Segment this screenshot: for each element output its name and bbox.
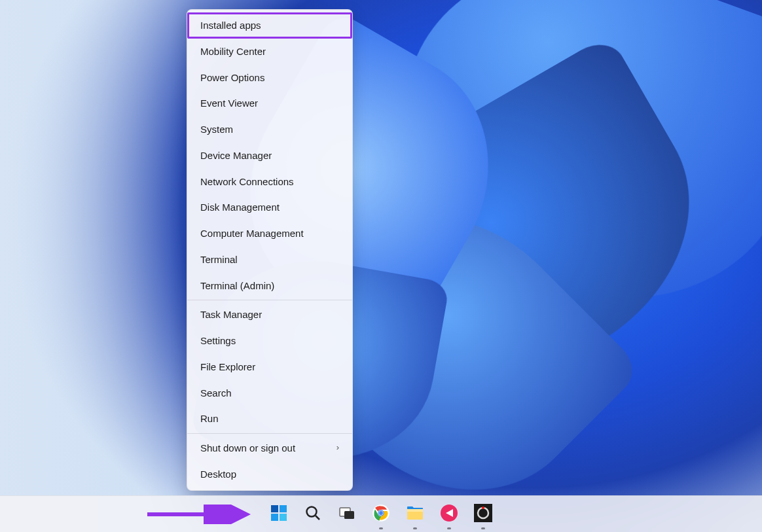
windows-start-icon — [270, 505, 287, 524]
menu-separator — [187, 300, 352, 300]
svg-rect-1 — [280, 505, 287, 512]
menu-item-label: Computer Management — [200, 226, 304, 241]
menu-item-terminal[interactable]: Terminal — [187, 247, 352, 273]
svg-rect-0 — [271, 505, 278, 512]
menu-item-power-options[interactable]: Power Options — [187, 65, 352, 91]
taskbar-item-taskview[interactable] — [334, 501, 360, 527]
menu-item-shut-down[interactable]: Shut down or sign out› — [187, 435, 352, 461]
running-indicator — [379, 527, 383, 529]
svg-rect-3 — [280, 514, 287, 521]
svg-line-5 — [316, 516, 319, 520]
desktop-wallpaper: Installed appsMobility CenterPower Optio… — [0, 0, 762, 532]
taskbar-item-search[interactable] — [300, 501, 326, 527]
menu-item-installed-apps[interactable]: Installed apps — [187, 12, 352, 39]
menu-item-label: Device Manager — [200, 149, 272, 163]
menu-item-label: Disk Management — [200, 200, 280, 215]
menu-item-task-manager[interactable]: Task Manager — [187, 302, 352, 328]
dark-circle-app-icon — [474, 504, 492, 525]
menu-item-system[interactable]: System — [187, 116, 352, 143]
menu-item-mobility-center[interactable]: Mobility Center — [187, 39, 352, 65]
winx-context-menu: Installed appsMobility CenterPower Optio… — [187, 9, 353, 491]
menu-item-label: Search — [200, 386, 232, 400]
menu-item-label: Mobility Center — [200, 44, 266, 59]
menu-item-desktop[interactable]: Desktop — [187, 461, 352, 488]
menu-item-disk-management[interactable]: Disk Management — [187, 194, 352, 221]
menu-item-label: Desktop — [200, 467, 236, 482]
menu-item-label: Power Options — [200, 71, 264, 85]
menu-item-label: Network Connections — [200, 175, 294, 189]
menu-item-label: Event Viewer — [200, 96, 258, 111]
menu-item-label: Settings — [200, 334, 236, 348]
svg-point-17 — [482, 506, 484, 509]
svg-rect-13 — [407, 509, 423, 512]
menu-item-computer-management[interactable]: Computer Management — [187, 221, 352, 247]
menu-item-network-connections[interactable]: Network Connections — [187, 169, 352, 195]
taskview-icon — [338, 505, 355, 524]
taskbar-item-app-pink[interactable] — [436, 501, 462, 527]
menu-item-label: Terminal (Admin) — [200, 279, 274, 293]
pink-circle-app-icon — [440, 504, 458, 525]
chrome-icon — [372, 504, 390, 525]
taskbar-item-chrome[interactable] — [368, 501, 394, 527]
menu-item-label: Run — [200, 412, 219, 426]
running-indicator — [413, 527, 417, 529]
chevron-right-icon: › — [336, 442, 339, 454]
menu-item-label: File Explorer — [200, 360, 255, 374]
menu-item-label: Task Manager — [200, 308, 262, 322]
taskbar-item-start[interactable] — [266, 501, 292, 527]
menu-item-terminal-admin[interactable]: Terminal (Admin) — [187, 273, 352, 299]
menu-item-label: Terminal — [200, 253, 238, 267]
svg-rect-2 — [271, 514, 278, 521]
svg-point-4 — [307, 506, 317, 516]
menu-item-label: System — [200, 122, 233, 137]
menu-item-label: Shut down or sign out — [200, 441, 295, 455]
running-indicator — [481, 527, 485, 529]
file-explorer-icon — [406, 504, 424, 525]
menu-item-search[interactable]: Search — [187, 380, 352, 406]
taskbar-item-explorer[interactable] — [402, 501, 428, 527]
search-icon — [304, 505, 321, 524]
svg-rect-7 — [344, 511, 354, 519]
svg-point-11 — [379, 511, 383, 515]
taskbar-item-app-dark[interactable] — [470, 501, 496, 527]
menu-separator — [187, 433, 352, 434]
menu-item-file-explorer[interactable]: File Explorer — [187, 354, 352, 380]
running-indicator — [447, 527, 451, 529]
menu-item-run[interactable]: Run — [187, 406, 352, 432]
taskbar — [0, 495, 762, 532]
menu-item-event-viewer[interactable]: Event Viewer — [187, 90, 352, 116]
menu-item-device-manager[interactable]: Device Manager — [187, 143, 352, 169]
menu-item-label: Installed apps — [200, 18, 261, 33]
menu-item-settings[interactable]: Settings — [187, 328, 352, 354]
